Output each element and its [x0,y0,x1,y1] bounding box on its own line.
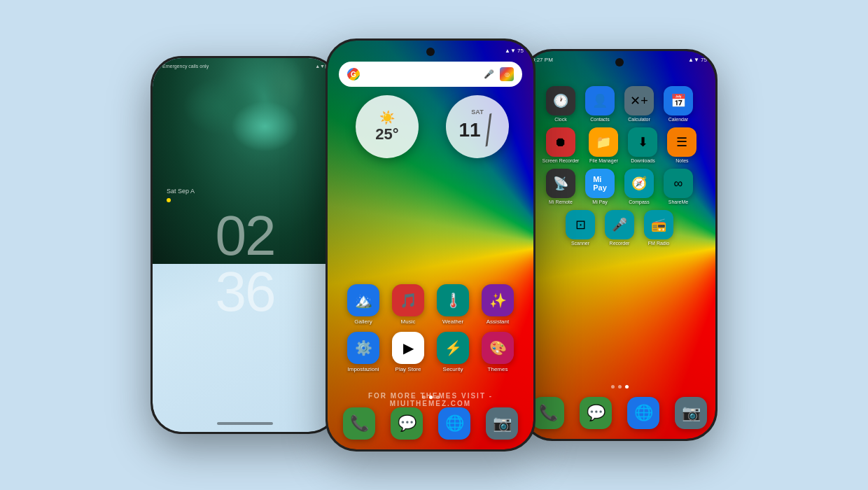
app-security[interactable]: ⚡ Security [437,332,469,372]
shareme-label: ShareMe [668,200,688,204]
gallery-icon: 🏔️ [347,284,379,316]
screen-recorder-label: Screen Recorder [542,158,580,163]
right-dot-1 [611,385,615,388]
phone-right: 9:27 PM ▲▼ 75 🕐 Clock 👤 Contacts ✕+ [522,49,718,441]
recorder-icon: 🎤 [605,210,634,239]
file-manager-icon: 📁 [589,127,618,157]
themes-label: Themes [488,366,508,372]
center-status-bar: ▲▼ 75 [328,41,533,60]
right-dot-2 [618,385,622,388]
right-page-indicators [524,385,715,388]
shareme-icon: ∞ [664,169,693,198]
weather-label: Weather [442,318,463,325]
clock-icon: 🕐 [546,86,575,115]
dock-camera[interactable]: 📷 [486,407,518,440]
weather-widget[interactable]: ☀️ 25° [356,95,419,158]
calendar-icon: 📅 [664,86,693,115]
app-scanner[interactable]: ⊡ Scanner [566,210,595,246]
lock-hour: 02 [153,208,337,264]
downloads-label: Downloads [631,158,655,163]
playstore-label: Play Store [396,366,421,372]
app-calculator[interactable]: ✕+ Calculator [624,86,654,122]
music-icon: 🎵 [392,284,424,316]
right-dock-camera[interactable]: 📷 [675,397,707,429]
mic-icon[interactable]: 🎤 [483,69,494,80]
settings-label: Impostazioni [348,366,379,372]
music-label: Music [401,318,416,325]
right-app-row-1: 🕐 Clock 👤 Contacts ✕+ Calculator 📅 Calen… [524,86,715,122]
screen-recorder-icon: ⏺ [546,127,575,157]
scanner-label: Scanner [571,241,589,246]
compass-icon: 🧭 [624,169,654,198]
app-shareme[interactable]: ∞ ShareMe [664,169,693,204]
dock-messages[interactable]: 💬 [391,407,423,440]
home-indicator[interactable] [217,422,273,425]
app-downloads[interactable]: ⬇ Downloads [628,127,657,163]
right-screen: 9:27 PM ▲▼ 75 🕐 Clock 👤 Contacts ✕+ [524,51,715,439]
fm-radio-label: FM Radio [648,241,669,246]
app-compass[interactable]: 🧭 Compass [624,169,654,204]
clock-widget[interactable]: SAT 11 ╱ [446,95,509,158]
app-clock[interactable]: 🕐 Clock [546,86,575,122]
app-playstore[interactable]: ▶ Play Store [392,332,424,372]
assistant-label: Assistant [486,318,509,325]
playstore-icon: ▶ [392,332,424,364]
app-mi-remote[interactable]: 📡 Mi Remote [546,169,575,204]
app-gallery[interactable]: 🏔️ Gallery [347,284,379,325]
mi-pay-icon: MiPay [585,169,615,198]
weather-temp: 25° [375,125,398,144]
right-dock-phone[interactable]: 📞 [532,397,564,429]
app-file-manager[interactable]: 📁 File Manager [589,127,618,163]
app-grid: 🏔️ Gallery 🎵 Music 🌡️ Weather ✨ Assistan… [328,284,533,379]
app-themes[interactable]: 🎨 Themes [482,332,514,372]
app-mi-pay[interactable]: MiPay Mi Pay [585,169,615,204]
app-assistant[interactable]: ✨ Assistant [482,284,514,325]
security-icon: ⚡ [437,332,469,364]
google-search-bar[interactable]: G 🎤 ◎ [339,62,522,87]
dock-chrome[interactable]: 🌐 [438,407,470,440]
phone-left: Emergency calls only ▲▼▮ Sat Sep A 02 36 [150,56,340,434]
dock-phone[interactable]: 📞 [343,407,375,440]
downloads-icon: ⬇ [628,127,657,157]
watermark-text: FOR MORE THEMES VISIT - MIUITHEMEZ.COM [328,392,533,407]
right-status-bar: 9:27 PM ▲▼ 75 [524,51,715,68]
app-settings[interactable]: ⚙️ Impostazioni [347,332,379,372]
lock-time: 02 36 [153,208,337,320]
lock-date: Sat Sep A [167,188,195,195]
themes-icon: 🎨 [482,332,514,364]
left-screen: Emergency calls only ▲▼▮ Sat Sep A 02 36 [153,58,337,432]
emergency-text: Emergency calls only [162,64,209,69]
right-time: 9:27 PM [532,57,553,63]
app-music[interactable]: 🎵 Music [392,284,424,325]
right-dock: 📞 💬 🌐 📷 [524,397,715,429]
app-calendar[interactable]: 📅 Calendar [664,86,693,122]
center-status-icons: ▲▼ 75 [505,48,524,54]
app-weather[interactable]: 🌡️ Weather [437,284,469,325]
app-contacts[interactable]: 👤 Contacts [585,86,615,122]
gallery-label: Gallery [354,318,372,325]
compass-label: Compass [629,200,650,204]
lens-icon[interactable]: ◎ [500,67,514,81]
app-fm-radio[interactable]: 📻 FM Radio [644,210,673,246]
clock-label: Clock [554,117,567,122]
right-dock-chrome[interactable]: 🌐 [627,397,659,429]
mi-remote-icon: 📡 [546,169,575,198]
right-dock-messages[interactable]: 💬 [580,397,612,429]
assistant-icon: ✨ [482,284,514,316]
security-label: Security [443,366,463,372]
right-app-grid: 🕐 Clock 👤 Contacts ✕+ Calculator 📅 Calen… [524,86,715,251]
calculator-label: Calculator [628,117,650,122]
lock-minute: 36 [153,264,337,320]
recorder-label: Recorder [610,241,630,246]
app-recorder[interactable]: 🎤 Recorder [605,210,634,246]
right-status-icons: ▲▼ 75 [688,57,707,63]
app-screen-recorder[interactable]: ⏺ Screen Recorder [542,127,580,163]
right-app-row-2: ⏺ Screen Recorder 📁 File Manager ⬇ Downl… [524,127,715,163]
notification-dot [167,198,171,202]
center-screen: ▲▼ 75 G 🎤 ◎ ☀️ 25° SAT 11 ╱ [328,41,533,449]
contacts-label: Contacts [590,117,610,122]
calculator-icon: ✕+ [624,86,654,115]
mi-pay-label: Mi Pay [592,200,607,204]
right-app-row-4: ⊡ Scanner 🎤 Recorder 📻 FM Radio [524,210,715,246]
app-notes[interactable]: ☰ Notes [667,127,696,163]
